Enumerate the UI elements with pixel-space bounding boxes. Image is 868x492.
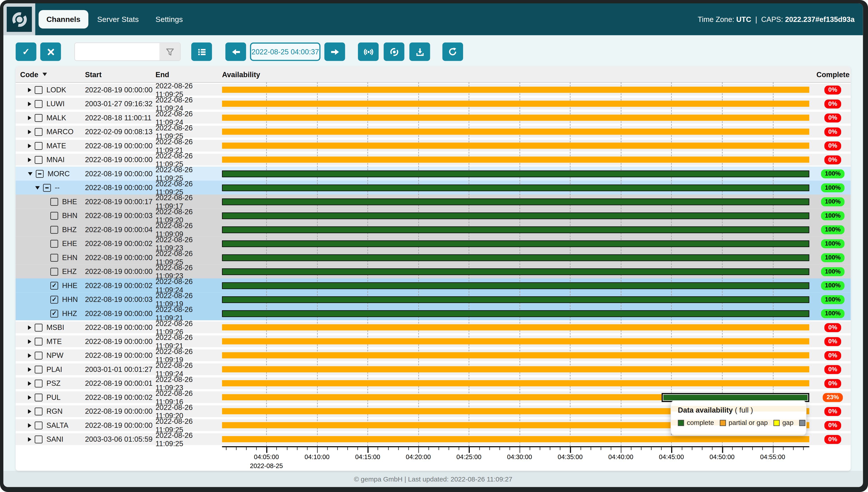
header-complete[interactable]: Complete [810, 70, 851, 79]
availability-bar[interactable] [222, 338, 810, 345]
availability-bar[interactable] [222, 380, 810, 387]
row-checkbox[interactable] [35, 323, 43, 331]
expand-icon[interactable] [28, 395, 31, 399]
availability-bar[interactable] [222, 212, 810, 219]
header-availability[interactable]: Availability [222, 70, 810, 79]
table-row[interactable]: ✓HHZ2022-08-19 00:00:002022-08-26 11:09:… [16, 306, 851, 320]
row-checkbox[interactable] [50, 212, 58, 219]
datetime-input[interactable]: 2022-08-25 04:00:37 [250, 43, 320, 61]
expand-icon[interactable] [28, 353, 31, 358]
availability-bar[interactable] [222, 129, 810, 135]
expand-icon[interactable] [28, 143, 31, 148]
table-row[interactable]: LUWI2003-01-27 09:16:322022-08-26 11:09:… [16, 97, 851, 111]
header-code[interactable]: Code [16, 70, 85, 79]
table-row[interactable]: BHE2022-08-19 00:00:172022-08-26 11:09:1… [16, 195, 851, 208]
availability-bar[interactable] [222, 115, 810, 121]
availability-bar[interactable] [222, 268, 810, 275]
table-row[interactable]: ✓HHN2022-08-19 00:00:032022-08-26 11:09:… [16, 293, 851, 306]
funnel-icon[interactable] [160, 43, 180, 60]
expand-icon[interactable] [28, 88, 31, 92]
availability-bar[interactable] [222, 240, 810, 247]
row-checkbox[interactable] [50, 254, 58, 262]
row-checkbox[interactable] [35, 156, 43, 164]
availability-bar[interactable] [222, 143, 810, 149]
table-row[interactable]: MATE2022-08-19 00:00:002022-08-26 11:09:… [16, 139, 851, 153]
collapse-icon[interactable] [28, 172, 32, 175]
availability-bar[interactable] [222, 296, 810, 303]
expand-icon[interactable] [28, 325, 31, 330]
expand-icon[interactable] [28, 101, 31, 106]
availability-bar[interactable] [222, 170, 810, 177]
availability-bar[interactable] [222, 87, 810, 93]
table-row[interactable]: MARCO2022-02-09 00:08:132022-08-26 11:09… [16, 125, 851, 139]
expand-icon[interactable] [28, 381, 31, 386]
confirm-selection-button[interactable]: ✓ [16, 43, 37, 61]
tab-server-stats[interactable]: Server Stats [89, 10, 147, 29]
expand-icon[interactable] [28, 437, 31, 441]
row-checkbox[interactable] [43, 183, 51, 192]
row-checkbox[interactable]: ✓ [50, 295, 58, 303]
row-checkbox[interactable] [35, 421, 43, 429]
availability-bar[interactable] [222, 226, 810, 233]
reload-button[interactable] [442, 43, 463, 61]
live-mode-button[interactable] [358, 43, 379, 61]
table-row[interactable]: ✓HHE2022-08-19 00:00:022022-08-26 11:09:… [16, 278, 851, 293]
row-checkbox[interactable] [35, 128, 43, 136]
table-row[interactable]: PSZ2022-08-19 00:00:012022-08-26 11:09:2… [16, 376, 851, 391]
row-checkbox[interactable] [35, 86, 43, 94]
row-checkbox[interactable] [35, 435, 43, 443]
expand-icon[interactable] [28, 129, 31, 134]
row-checkbox[interactable] [35, 100, 43, 107]
availability-bar[interactable] [222, 436, 810, 442]
table-row[interactable]: EHZ2022-08-19 00:00:002022-08-26 11:09:2… [16, 265, 851, 279]
table-row[interactable]: MORC2022-08-19 00:00:002022-08-26 11:09:… [16, 167, 851, 181]
tab-settings[interactable]: Settings [148, 10, 191, 29]
filter-input[interactable] [75, 43, 160, 60]
availability-bar[interactable] [222, 282, 810, 289]
row-checkbox[interactable]: ✓ [50, 310, 58, 317]
table-row[interactable]: MNAI2022-08-19 00:00:002022-08-26 11:09:… [16, 153, 851, 167]
download-button[interactable] [409, 43, 430, 61]
table-row[interactable]: MTE2022-08-19 00:00:002022-08-26 11:09:2… [16, 334, 851, 348]
app-logo[interactable] [3, 3, 35, 35]
row-checkbox[interactable] [35, 114, 43, 122]
header-end[interactable]: End [155, 70, 222, 79]
expand-icon[interactable] [28, 367, 31, 371]
row-checkbox[interactable] [35, 407, 43, 415]
row-checkbox[interactable]: ✓ [50, 281, 58, 289]
row-checkbox[interactable] [35, 351, 43, 359]
previous-window-button[interactable] [225, 43, 246, 61]
row-checkbox[interactable] [50, 240, 58, 247]
row-checkbox[interactable] [36, 170, 44, 177]
row-checkbox[interactable] [35, 393, 43, 401]
table-row[interactable]: --2022-08-19 00:00:002022-08-26 11:09:25… [16, 181, 851, 195]
table-row[interactable]: BHN2022-08-19 00:00:032022-08-26 11:09:2… [16, 208, 851, 223]
row-checkbox[interactable] [35, 365, 43, 373]
header-start[interactable]: Start [85, 70, 155, 79]
row-checkbox[interactable] [50, 198, 58, 205]
availability-bar[interactable] [222, 184, 810, 191]
view-mode-button[interactable] [384, 43, 405, 61]
availability-bar[interactable] [222, 198, 810, 205]
availability-bar[interactable] [222, 156, 810, 163]
table-row[interactable]: EHE2022-08-19 00:00:022022-08-26 11:09:2… [16, 237, 851, 251]
row-checkbox[interactable] [35, 338, 43, 345]
tab-channels[interactable]: Channels [39, 10, 88, 29]
expand-icon[interactable] [28, 409, 31, 414]
collapse-icon[interactable] [35, 186, 40, 189]
next-window-button[interactable] [324, 43, 345, 61]
row-checkbox[interactable] [35, 142, 43, 150]
expand-icon[interactable] [28, 157, 31, 162]
availability-bar[interactable] [222, 101, 810, 107]
row-checkbox[interactable] [50, 226, 58, 233]
availability-bar[interactable] [222, 310, 810, 317]
clear-selection-button[interactable] [40, 43, 61, 61]
availability-bar[interactable] [222, 366, 810, 373]
availability-bar[interactable] [222, 324, 810, 330]
table-row[interactable]: BHZ2022-08-19 00:00:042022-08-26 11:09:0… [16, 223, 851, 237]
expand-icon[interactable] [28, 339, 31, 344]
expand-icon[interactable] [28, 115, 31, 120]
table-row[interactable]: LODK2022-08-19 00:00:002022-08-26 11:09:… [16, 83, 851, 97]
expand-icon[interactable] [28, 423, 31, 427]
availability-bar[interactable] [222, 254, 810, 261]
